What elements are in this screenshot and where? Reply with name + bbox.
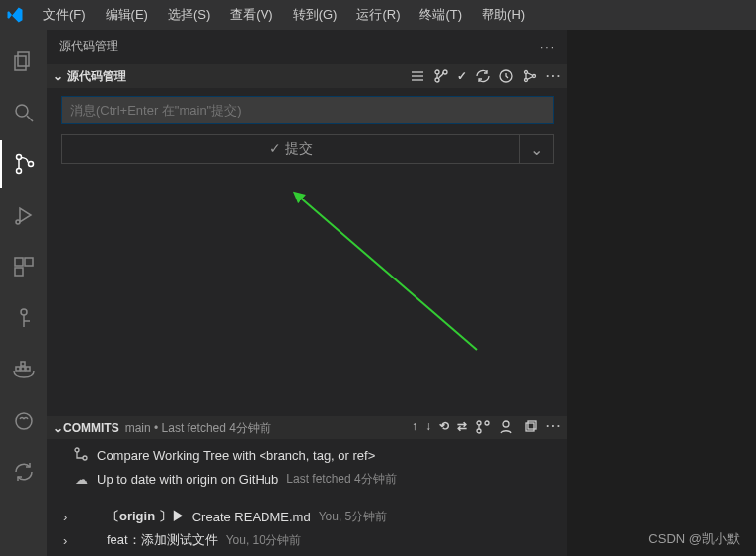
svg-rect-32 (526, 423, 534, 431)
commit-row-1[interactable]: › 〔origin 〕▶ Create README.md You, 5分钟前 (47, 505, 567, 528)
svg-rect-14 (26, 367, 30, 371)
svg-point-30 (477, 429, 481, 433)
svg-point-22 (435, 78, 439, 82)
debug-icon (12, 203, 36, 227)
refresh-icon[interactable] (475, 68, 491, 84)
svg-point-6 (29, 162, 34, 167)
svg-point-35 (83, 456, 87, 460)
commit-msg: Create README.md (192, 510, 311, 524)
menu-selection[interactable]: 选择(S) (158, 2, 220, 28)
commits-section-header[interactable]: ⌄ COMMITS main • Last fetched 4分钟前 ↑ ↓ ⟲… (47, 416, 567, 439)
switch-branch-icon[interactable]: ⇄ (457, 419, 467, 437)
commit-msg: feat：添加测试文件 (107, 531, 218, 549)
svg-point-5 (17, 169, 22, 174)
expand-chevron-icon[interactable]: › (63, 533, 73, 548)
commits-branch-info: main • Last fetched 4分钟前 (125, 420, 271, 437)
svg-point-2 (16, 105, 28, 117)
svg-rect-12 (16, 367, 20, 371)
commit-button[interactable]: 提交 (61, 134, 520, 164)
menu-run[interactable]: 运行(R) (346, 2, 410, 28)
menu-edit[interactable]: 编辑(E) (96, 2, 158, 28)
commit-dropdown-button[interactable]: ⌄ (520, 134, 554, 164)
scm-section-label: 源代码管理 (67, 68, 410, 85)
files-icon (12, 49, 36, 73)
commit-row-2[interactable]: › feat：添加测试文件 You, 10分钟前 (47, 528, 567, 552)
activity-bar (0, 30, 47, 556)
panel-title-text: 源代码管理 (59, 39, 118, 55)
commit-message-input[interactable] (61, 96, 554, 124)
scm-header-actions: ✓ ··· (410, 68, 562, 84)
vscode-logo-icon (6, 6, 24, 24)
uptodate-text: Up to date with origin on GitHub (97, 472, 278, 487)
activity-extensions[interactable] (0, 243, 47, 290)
menubar: 文件(F) 编辑(E) 选择(S) 查看(V) 转到(G) 运行(R) 终端(T… (34, 2, 535, 28)
menu-file[interactable]: 文件(F) (34, 2, 96, 28)
panel-more-button[interactable]: ··· (540, 40, 556, 54)
svg-point-28 (477, 421, 481, 425)
commit-ref: 〔origin 〕▶ (107, 508, 185, 525)
activity-search[interactable] (0, 89, 47, 136)
menu-go[interactable]: 转到(G) (283, 2, 347, 28)
commits-label: COMMITS (63, 421, 119, 435)
svg-point-34 (75, 448, 79, 452)
menu-view[interactable]: 查看(V) (220, 2, 282, 28)
activity-sync[interactable] (0, 448, 47, 496)
push-icon[interactable]: ↑ (412, 419, 417, 437)
changes-area (47, 172, 567, 416)
chevron-down-icon: ⌄ (53, 421, 63, 435)
commit-check-icon[interactable]: ✓ (457, 68, 467, 84)
activity-docker[interactable] (0, 346, 47, 393)
commits-more-button[interactable]: ··· (546, 419, 562, 437)
chevron-down-icon: ⌄ (53, 69, 63, 83)
view-tree-icon[interactable] (410, 68, 425, 84)
commit-box: 提交 ⌄ (47, 88, 567, 172)
author-icon[interactable] (498, 419, 514, 437)
commits-list: Compare Working Tree with <branch, tag, … (47, 439, 567, 556)
menu-terminal[interactable]: 终端(T) (410, 2, 472, 28)
branch-icon[interactable] (433, 68, 449, 84)
svg-point-7 (16, 220, 20, 224)
pull-icon[interactable]: ↓ (425, 419, 431, 437)
svg-rect-10 (15, 268, 23, 276)
history-icon[interactable] (498, 68, 514, 84)
activity-copilot[interactable] (0, 397, 47, 444)
menu-help[interactable]: 帮助(H) (472, 2, 535, 28)
titlebar: 文件(F) 编辑(E) 选择(S) 查看(V) 转到(G) 运行(R) 终端(T… (0, 0, 756, 30)
branch-graph-icon[interactable] (475, 419, 491, 437)
activity-explorer[interactable] (0, 38, 47, 85)
gitlens-icon (12, 306, 36, 330)
svg-point-31 (503, 421, 509, 427)
graph-icon[interactable] (522, 68, 538, 84)
compare-icon (73, 446, 89, 465)
svg-rect-9 (25, 258, 33, 266)
cloud-icon: ☁ (73, 472, 89, 487)
expand-chevron-icon[interactable]: › (63, 510, 73, 524)
uptodate-sub: Last fetched 4分钟前 (286, 471, 396, 488)
svg-point-16 (16, 413, 32, 429)
svg-rect-33 (528, 421, 536, 429)
copilot-icon (12, 409, 36, 433)
copy-icon[interactable] (522, 419, 538, 437)
scm-section-header[interactable]: ⌄ 源代码管理 ✓ ··· (47, 64, 567, 88)
uptodate-row[interactable]: ☁ Up to date with origin on GitHub Last … (47, 468, 567, 491)
svg-point-29 (485, 421, 489, 425)
svg-rect-1 (15, 56, 26, 70)
fetch-icon[interactable]: ⟲ (439, 419, 449, 437)
activity-debug[interactable] (0, 192, 47, 239)
sync-icon (12, 460, 36, 484)
activity-gitlens[interactable] (0, 294, 47, 342)
source-control-icon (13, 152, 37, 176)
scm-more-button[interactable]: ··· (546, 68, 562, 84)
svg-rect-13 (21, 367, 25, 371)
extensions-icon (12, 255, 36, 278)
svg-point-4 (17, 155, 22, 160)
svg-line-3 (27, 116, 33, 121)
svg-rect-15 (21, 362, 25, 366)
svg-rect-0 (18, 52, 29, 66)
watermark: CSDN @凯小默 (648, 530, 740, 548)
activity-scm[interactable] (0, 140, 47, 188)
svg-line-27 (299, 197, 477, 350)
svg-point-11 (21, 309, 27, 315)
commit-meta: You, 10分钟前 (226, 532, 301, 549)
compare-row[interactable]: Compare Working Tree with <branch, tag, … (47, 443, 567, 468)
